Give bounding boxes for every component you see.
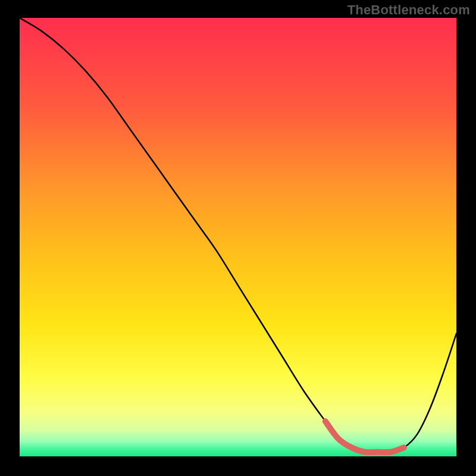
bottleneck-chart <box>0 0 476 476</box>
plot-background <box>20 18 456 456</box>
chart-frame: TheBottleneck.com <box>0 0 476 476</box>
watermark-text: TheBottleneck.com <box>347 2 470 18</box>
